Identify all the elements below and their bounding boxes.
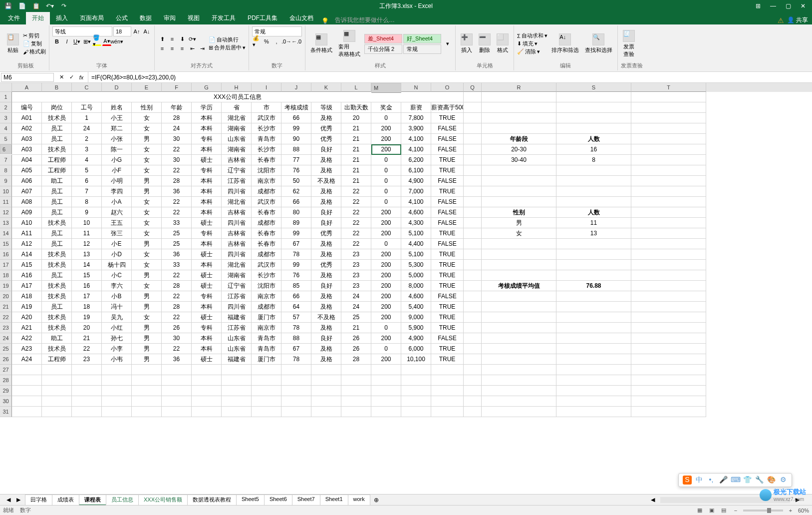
tab-insert[interactable]: 插入 xyxy=(50,12,74,24)
font-size-select[interactable]: 18 xyxy=(113,26,131,36)
border-button[interactable]: ⊞▾ xyxy=(82,37,91,46)
delete-cells-button[interactable]: ➖删除 xyxy=(477,32,493,55)
font-name-select[interactable]: 等线 xyxy=(52,26,112,36)
percent-icon[interactable]: % xyxy=(262,37,271,46)
title-bar: 💾 📄 📋 ↶▾ ↷ 工作簿3.xlsx - Excel ⊞ — ▢ ✕ xyxy=(0,0,812,12)
wrap-text-button[interactable]: 📄 自动换行 xyxy=(209,36,246,43)
find-select-button[interactable]: 🔍查找和选择 xyxy=(583,32,614,55)
table-format-button[interactable]: ▦套用 表格格式 xyxy=(336,29,362,59)
align-label: 对齐方式 xyxy=(158,61,246,69)
format-cells-button[interactable]: ⬜格式 xyxy=(495,32,511,55)
merge-center-button[interactable]: ⊞ 合并后居中 ▾ xyxy=(209,44,246,51)
tab-formula[interactable]: 公式 xyxy=(110,12,134,24)
formula-bar: M6 ✕ ✓ fx xyxy=(0,72,812,83)
bold-button[interactable]: B xyxy=(52,37,61,46)
group-invoice: 🧾发票 查验 发票查验 xyxy=(618,25,646,70)
tab-developer[interactable]: 开发工具 xyxy=(206,12,242,24)
editing-label: 编辑 xyxy=(517,61,614,69)
indent-right-icon[interactable]: ⇥ xyxy=(198,44,207,53)
invoice-check-button[interactable]: 🧾发票 查验 xyxy=(621,29,637,59)
group-clipboard: 📋粘贴 ✂ 剪切 📄 复制 🖌 格式刷 剪贴板 xyxy=(2,25,49,70)
fx-icon[interactable]: fx xyxy=(77,73,86,82)
italic-button[interactable]: I xyxy=(62,37,71,46)
formula-input[interactable] xyxy=(88,73,812,81)
number-label: 数字 xyxy=(252,61,302,69)
group-alignment: ⬆ ≡ ⬇ ⟳▾ ≡ ≡ ≡ ⇤ ⇥ 📄 自动换行 ⊞ 合并后居中 ▾ 对齐方式 xyxy=(155,25,249,70)
align-middle-icon[interactable]: ≡ xyxy=(168,34,177,43)
window-title: 工作簿3.xlsx - Excel xyxy=(379,2,433,10)
fill-button[interactable]: ⬇ 填充 ▾ xyxy=(517,40,547,47)
group-cells: ➕插入 ➖删除 ⬜格式 单元格 xyxy=(456,25,514,70)
tab-file[interactable]: 文件 xyxy=(2,12,26,24)
styles-label: 样式 xyxy=(308,61,452,69)
group-styles: ▦条件格式 ▦套用 表格格式 差_Sheet4 好_Sheet4 千位分隔 2 … xyxy=(305,25,456,70)
decrease-font-icon[interactable]: A↓ xyxy=(142,27,151,36)
orientation-icon[interactable]: ⟳▾ xyxy=(188,34,197,43)
close-icon[interactable]: ✕ xyxy=(796,0,810,11)
align-right-icon[interactable]: ≡ xyxy=(178,44,187,53)
name-box[interactable]: M6 xyxy=(1,73,54,82)
save-icon[interactable]: 💾 xyxy=(3,1,13,11)
ribbon-options-icon[interactable]: ⊞ xyxy=(751,0,765,11)
warning-icon[interactable]: ⚠ xyxy=(778,16,784,24)
paste-button[interactable]: 📋粘贴 xyxy=(5,32,21,55)
cell-styles-gallery[interactable]: 差_Sheet4 好_Sheet4 千位分隔 2 常规 xyxy=(364,34,441,54)
currency-icon[interactable]: 💰▾ xyxy=(252,37,261,46)
styles-more-icon[interactable]: ▾ xyxy=(443,39,452,48)
font-label: 字体 xyxy=(52,61,151,69)
style-bad[interactable]: 差_Sheet4 xyxy=(364,34,402,43)
phonetic-button[interactable]: wén▾ xyxy=(112,37,121,46)
tab-layout[interactable]: 页面布局 xyxy=(74,12,110,24)
tab-view[interactable]: 视图 xyxy=(182,12,206,24)
tab-wps[interactable]: 金山文档 xyxy=(283,12,319,24)
enter-formula-icon[interactable]: ✓ xyxy=(67,73,76,82)
share-button[interactable]: 👤 共享 xyxy=(787,16,808,24)
increase-decimal-icon[interactable]: .0→ xyxy=(282,37,291,46)
cells-label: 单元格 xyxy=(459,61,511,69)
conditional-format-button[interactable]: ▦条件格式 xyxy=(308,32,334,55)
indent-left-icon[interactable]: ⇤ xyxy=(188,44,197,53)
align-left-icon[interactable]: ≡ xyxy=(158,44,167,53)
tab-data[interactable]: 数据 xyxy=(134,12,158,24)
quick-icon-1[interactable]: 📄 xyxy=(17,1,27,11)
decrease-decimal-icon[interactable]: ←.0 xyxy=(292,37,301,46)
undo-icon[interactable]: ↶▾ xyxy=(45,1,55,11)
autosum-button[interactable]: Σ 自动求和 ▾ xyxy=(517,32,547,39)
style-good[interactable]: 好_Sheet4 xyxy=(403,34,441,43)
cut-button[interactable]: ✂ 剪切 xyxy=(23,32,46,39)
clipboard-label: 剪贴板 xyxy=(5,61,46,69)
insert-cells-button[interactable]: ➕插入 xyxy=(459,32,475,55)
maximize-icon[interactable]: ▢ xyxy=(781,0,795,11)
ribbon-tabs: 文件 开始 插入 页面布局 公式 数据 审阅 视图 开发工具 PDF工具集 金山… xyxy=(0,12,812,24)
align-center-icon[interactable]: ≡ xyxy=(168,44,177,53)
fill-color-button[interactable]: 🪣▾ xyxy=(92,37,101,46)
copy-button[interactable]: 📄 复制 xyxy=(23,40,46,47)
comma-icon[interactable]: , xyxy=(272,37,281,46)
underline-button[interactable]: U▾ xyxy=(72,37,81,46)
increase-font-icon[interactable]: A↑ xyxy=(132,27,141,36)
tell-me-input[interactable]: 告诉我您想要做什么… xyxy=(331,16,399,24)
quick-icon-2[interactable]: 📋 xyxy=(31,1,41,11)
group-number: 常规 💰▾ % , .0→ ←.0 数字 xyxy=(249,25,305,70)
ribbon: 📋粘贴 ✂ 剪切 📄 复制 🖌 格式刷 剪贴板 等线 18 A↑ A↓ B I … xyxy=(0,24,812,72)
clear-button[interactable]: 🧹 清除 ▾ xyxy=(517,48,547,55)
tab-pdf[interactable]: PDF工具集 xyxy=(242,12,283,24)
style-thousand[interactable]: 千位分隔 2 xyxy=(364,44,402,54)
redo-icon[interactable]: ↷ xyxy=(59,1,69,11)
group-font: 等线 18 A↑ A↓ B I U▾ ⊞▾ 🪣▾ A▾ wén▾ 字体 xyxy=(49,25,155,70)
group-editing: Σ 自动求和 ▾ ⬇ 填充 ▾ 🧹 清除 ▾ A↓排序和筛选 🔍查找和选择 编辑 xyxy=(514,25,618,70)
format-painter-button[interactable]: 🖌 格式刷 xyxy=(23,48,46,55)
sort-filter-button[interactable]: A↓排序和筛选 xyxy=(549,32,581,55)
minimize-icon[interactable]: — xyxy=(766,0,780,11)
align-bottom-icon[interactable]: ⬇ xyxy=(178,34,187,43)
invoice-label: 发票查验 xyxy=(621,61,643,69)
cancel-formula-icon[interactable]: ✕ xyxy=(57,73,66,82)
align-top-icon[interactable]: ⬆ xyxy=(158,34,167,43)
tab-home[interactable]: 开始 xyxy=(26,12,50,24)
tab-review[interactable]: 审阅 xyxy=(158,12,182,24)
style-normal[interactable]: 常规 xyxy=(403,44,441,54)
